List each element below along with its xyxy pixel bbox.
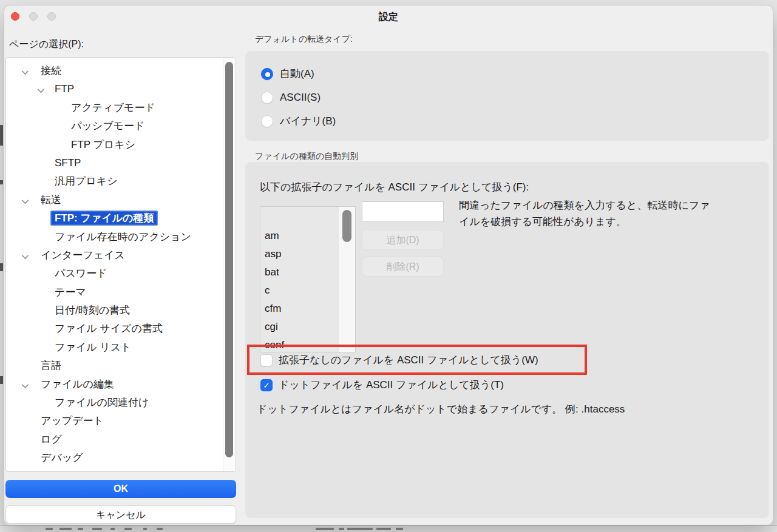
tree-item-label: テーマ [55,286,86,298]
tree-item-label: パスワード [55,268,107,279]
tree-item-label: デバッグ [41,452,83,463]
tree-item-label: FTP: ファイルの種類 [50,210,158,226]
file-type-groupbox: 以下の拡張子のファイルを ASCII ファイルとして扱う(F): amaspba… [245,162,769,518]
transfer-type-radios: 自動(A)ASCII(S)バイナリ(B) [261,66,336,129]
remove-button[interactable]: 削除(R) [362,257,444,277]
tree-item[interactable]: デバッグ [6,449,223,467]
no-extension-checkbox-label: 拡張子なしのファイルを ASCII ファイルとして扱う(W) [279,353,538,367]
tree-item[interactable]: FTP [6,80,223,98]
tree-item-label: SFTP [55,157,81,169]
tree-item-label: ファイルの編集 [41,379,114,390]
tree-item-label: 言語 [41,360,61,371]
background-window-artifact [396,528,403,530]
background-window-artifact [46,528,53,530]
tree-item[interactable]: ファイル存在時のアクション [6,228,223,246]
tree-item[interactable]: SFTP [6,154,223,172]
radio-label: 自動(A) [280,67,314,81]
cancel-button[interactable]: キャンセル [5,505,236,524]
dotfile-checkbox[interactable]: ✓ [260,379,273,391]
tree-item-label: ログ [41,434,62,445]
page-tree: 接続FTPアクティブモードパッシブモードFTP プロキシSFTP汎用プロキシ転送… [6,58,223,468]
tree-item-label: ファイル存在時のアクション [55,231,191,243]
tree-scrollbar-track[interactable] [223,58,236,471]
radio-selected-icon[interactable] [261,68,273,80]
tree-item[interactable]: アクティブモード [6,99,223,117]
tree-item[interactable]: インターフェイス [6,246,223,264]
radio-unselected-icon[interactable] [261,115,273,127]
tree-item[interactable]: ファイルの関連付け [6,394,223,412]
background-window-artifact [78,528,83,530]
tree-item-label: 日付/時刻の書式 [55,305,130,316]
tree-item-label: ファイル リスト [55,342,132,353]
tree-item[interactable]: 汎用プロキシ [6,172,223,190]
tree-item[interactable]: ファイルの編集 [6,375,223,394]
radio-label: ASCII(S) [280,92,321,104]
transfer-type-groupbox: 自動(A)ASCII(S)バイナリ(B) [245,51,769,141]
background-window-artifact [339,528,344,530]
add-button[interactable]: 追加(D) [362,230,444,250]
tree-item[interactable]: ファイル サイズの書式 [6,320,223,338]
background-window-artifact [124,528,132,530]
tree-item[interactable]: パッシブモード [6,117,223,135]
warning-text: 間違ったファイルの種類を入力すると、転送時にファイルを破損する可能性があります。 [459,197,720,230]
extension-list-label: 以下の拡張子のファイルを ASCII ファイルとして扱う(F): [260,180,529,194]
tree-item-label: FTP [55,83,74,95]
tree-item[interactable]: FTP プロキシ [6,136,223,154]
background-window-artifact [376,528,391,530]
background-window-artifact [59,528,72,530]
transfer-type-option[interactable]: ASCII(S) [261,90,336,105]
no-extension-checkbox[interactable] [260,354,273,366]
tree-item[interactable]: テーマ [6,283,223,301]
background-window-artifact [143,528,147,530]
file-type-section-label: ファイルの種類の自動判別 [255,151,358,162]
radio-unselected-icon[interactable] [261,92,273,104]
tree-item[interactable]: 転送 [6,191,223,209]
settings-dialog: 設定 ページの選択(P): 接続FTPアクティブモードパッシブモードFTP プロ… [4,5,773,525]
chevron-down-icon[interactable] [22,197,29,204]
tree-item-label: 接続 [41,65,61,76]
tree-item[interactable]: 接続 [6,62,223,80]
transfer-type-option[interactable]: バイナリ(B) [261,113,336,129]
extension-input[interactable] [362,201,444,222]
tree-scrollbar-thumb[interactable] [225,62,233,457]
background-window-artifact [0,125,3,146]
tree-item-label: アクティブモード [71,102,155,113]
tree-item[interactable]: ログ [6,431,223,449]
tree-item[interactable]: ファイル リスト [6,338,223,357]
page-tree-box: 接続FTPアクティブモードパッシブモードFTP プロキシSFTP汎用プロキシ転送… [5,57,236,472]
tree-item[interactable]: 日付/時刻の書式 [6,301,223,320]
background-window-strip [0,525,777,532]
page-select-label: ページの選択(P): [9,38,84,51]
transfer-type-section-label: デフォルトの転送タイプ: [255,34,353,45]
tree-item-label: インターフェイス [41,249,125,261]
tree-item-label: ファイル サイズの書式 [55,323,163,334]
background-window-artifact [110,528,115,530]
chevron-down-icon[interactable] [22,68,29,75]
extension-list-scrollbar-track[interactable] [338,207,355,352]
tree-item[interactable]: パスワード [6,264,223,283]
tree-item-label: 汎用プロキシ [55,175,118,187]
dotfile-checkbox-label: ドットファイルを ASCII ファイルとして扱う(T) [279,378,504,392]
tree-item[interactable]: アップデート [6,412,223,430]
tree-item-label: パッシブモード [71,120,144,132]
tree-item-label: ファイルの関連付け [55,397,149,408]
dotfile-note: ドットファイルとはファイル名がドットで始まるファイルです。 例: .htacce… [257,402,625,416]
checkbox-row-no-extension[interactable]: 拡張子なしのファイルを ASCII ファイルとして扱う(W) [260,353,538,367]
radio-label: バイナリ(B) [280,114,336,128]
background-window-artifact [347,528,373,530]
extension-list-scrollbar-thumb[interactable] [342,210,351,242]
chevron-down-icon[interactable] [38,86,44,93]
tree-item-label: FTP プロキシ [71,139,135,150]
tree-item-selected[interactable]: FTP: ファイルの種類 [6,209,223,227]
background-window-artifact [0,180,3,184]
transfer-type-option[interactable]: 自動(A) [261,66,336,81]
checkbox-row-dotfile[interactable]: ✓ ドットファイルを ASCII ファイルとして扱う(T) [260,378,504,392]
tree-item[interactable]: 言語 [6,357,223,375]
tree-item-label: 転送 [41,194,61,206]
extension-list[interactable]: amaspbatccfmcgiconf [260,206,356,352]
window-title: 設定 [4,11,773,24]
ok-button[interactable]: OK [5,480,236,498]
chevron-down-icon[interactable] [22,252,29,259]
chevron-down-icon[interactable] [22,381,29,388]
background-window-artifact [0,376,3,384]
